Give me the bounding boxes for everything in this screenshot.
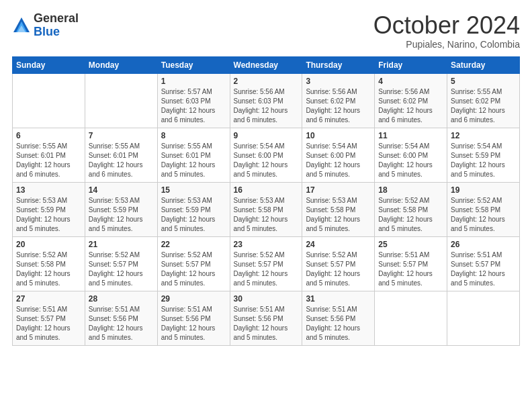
- calendar-table: Sunday Monday Tuesday Wednesday Thursday…: [12, 56, 520, 346]
- calendar-cell: 3Sunrise: 5:56 AM Sunset: 6:02 PM Daylig…: [302, 73, 375, 128]
- logo-icon: [12, 16, 31, 35]
- day-number: 13: [16, 185, 81, 195]
- day-info: Sunrise: 5:52 AM Sunset: 5:58 PM Dayligh…: [16, 250, 81, 288]
- month-title: October 2024: [373, 12, 520, 39]
- day-number: 26: [451, 240, 516, 249]
- col-friday: Friday: [375, 56, 447, 73]
- day-info: Sunrise: 5:56 AM Sunset: 6:03 PM Dayligh…: [234, 87, 299, 125]
- day-info: Sunrise: 5:55 AM Sunset: 6:01 PM Dayligh…: [89, 142, 154, 179]
- calendar-cell: 20Sunrise: 5:52 AM Sunset: 5:58 PM Dayli…: [13, 236, 85, 291]
- header: General Blue October 2024 Pupiales, Nari…: [12, 12, 520, 50]
- day-number: 27: [16, 294, 81, 304]
- calendar-cell: 16Sunrise: 5:53 AM Sunset: 5:58 PM Dayli…: [230, 182, 302, 236]
- day-info: Sunrise: 5:52 AM Sunset: 5:57 PM Dayligh…: [89, 250, 154, 288]
- calendar-page: General Blue October 2024 Pupiales, Nari…: [0, 0, 532, 411]
- day-info: Sunrise: 5:52 AM Sunset: 5:57 PM Dayligh…: [161, 250, 226, 288]
- calendar-cell: 27Sunrise: 5:51 AM Sunset: 5:57 PM Dayli…: [13, 291, 85, 345]
- day-number: 25: [378, 240, 443, 249]
- calendar-cell: 2Sunrise: 5:56 AM Sunset: 6:03 PM Daylig…: [230, 73, 302, 128]
- day-info: Sunrise: 5:52 AM Sunset: 5:58 PM Dayligh…: [451, 196, 516, 234]
- day-number: 8: [161, 131, 226, 140]
- calendar-cell: 12Sunrise: 5:54 AM Sunset: 5:59 PM Dayli…: [447, 128, 520, 182]
- day-info: Sunrise: 5:54 AM Sunset: 6:00 PM Dayligh…: [234, 142, 299, 179]
- day-info: Sunrise: 5:52 AM Sunset: 5:57 PM Dayligh…: [306, 250, 371, 288]
- day-info: Sunrise: 5:53 AM Sunset: 5:59 PM Dayligh…: [16, 196, 81, 234]
- calendar-cell: [447, 291, 520, 345]
- logo-general: General: [34, 12, 79, 26]
- title-section: October 2024 Pupiales, Narino, Colombia: [373, 12, 520, 50]
- header-row: Sunday Monday Tuesday Wednesday Thursday…: [13, 56, 520, 73]
- calendar-cell: 15Sunrise: 5:53 AM Sunset: 5:59 PM Dayli…: [157, 182, 230, 236]
- day-number: 11: [378, 131, 443, 140]
- calendar-cell: 18Sunrise: 5:52 AM Sunset: 5:58 PM Dayli…: [375, 182, 447, 236]
- day-number: 31: [306, 294, 371, 304]
- calendar-week-4: 20Sunrise: 5:52 AM Sunset: 5:58 PM Dayli…: [13, 236, 520, 291]
- calendar-cell: 26Sunrise: 5:51 AM Sunset: 5:57 PM Dayli…: [447, 236, 520, 291]
- col-sunday: Sunday: [13, 56, 85, 73]
- day-info: Sunrise: 5:51 AM Sunset: 5:57 PM Dayligh…: [451, 250, 516, 288]
- day-number: 16: [234, 185, 299, 195]
- day-info: Sunrise: 5:55 AM Sunset: 6:01 PM Dayligh…: [161, 142, 226, 179]
- day-number: 20: [16, 240, 81, 249]
- day-info: Sunrise: 5:52 AM Sunset: 5:57 PM Dayligh…: [234, 250, 299, 288]
- day-number: 29: [161, 294, 226, 304]
- day-info: Sunrise: 5:52 AM Sunset: 5:58 PM Dayligh…: [378, 196, 443, 234]
- calendar-cell: [13, 73, 85, 128]
- col-thursday: Thursday: [302, 56, 375, 73]
- col-tuesday: Tuesday: [157, 56, 230, 73]
- col-saturday: Saturday: [447, 56, 520, 73]
- day-info: Sunrise: 5:53 AM Sunset: 5:58 PM Dayligh…: [306, 196, 371, 234]
- calendar-week-3: 13Sunrise: 5:53 AM Sunset: 5:59 PM Dayli…: [13, 182, 520, 236]
- calendar-cell: 22Sunrise: 5:52 AM Sunset: 5:57 PM Dayli…: [157, 236, 230, 291]
- calendar-cell: 14Sunrise: 5:53 AM Sunset: 5:59 PM Dayli…: [85, 182, 157, 236]
- calendar-cell: 11Sunrise: 5:54 AM Sunset: 6:00 PM Dayli…: [375, 128, 447, 182]
- calendar-week-2: 6Sunrise: 5:55 AM Sunset: 6:01 PM Daylig…: [13, 128, 520, 182]
- day-number: 7: [89, 131, 154, 140]
- day-number: 9: [234, 131, 299, 140]
- col-monday: Monday: [85, 56, 157, 73]
- day-info: Sunrise: 5:51 AM Sunset: 5:56 PM Dayligh…: [234, 305, 299, 342]
- day-info: Sunrise: 5:51 AM Sunset: 5:56 PM Dayligh…: [89, 305, 154, 342]
- day-number: 12: [451, 131, 516, 140]
- day-number: 15: [161, 185, 226, 195]
- calendar-cell: 1Sunrise: 5:57 AM Sunset: 6:03 PM Daylig…: [157, 73, 230, 128]
- day-number: 28: [89, 294, 154, 304]
- day-info: Sunrise: 5:54 AM Sunset: 6:00 PM Dayligh…: [306, 142, 371, 179]
- day-number: 18: [378, 185, 443, 195]
- location-subtitle: Pupiales, Narino, Colombia: [373, 39, 520, 50]
- day-number: 21: [89, 240, 154, 249]
- day-info: Sunrise: 5:53 AM Sunset: 5:59 PM Dayligh…: [161, 196, 226, 234]
- calendar-cell: 10Sunrise: 5:54 AM Sunset: 6:00 PM Dayli…: [302, 128, 375, 182]
- day-number: 17: [306, 185, 371, 195]
- calendar-week-5: 27Sunrise: 5:51 AM Sunset: 5:57 PM Dayli…: [13, 291, 520, 345]
- day-info: Sunrise: 5:57 AM Sunset: 6:03 PM Dayligh…: [161, 87, 226, 125]
- day-number: 24: [306, 240, 371, 249]
- logo-blue: Blue: [34, 26, 79, 39]
- calendar-cell: 17Sunrise: 5:53 AM Sunset: 5:58 PM Dayli…: [302, 182, 375, 236]
- day-number: 2: [234, 77, 299, 86]
- calendar-cell: 19Sunrise: 5:52 AM Sunset: 5:58 PM Dayli…: [447, 182, 520, 236]
- day-info: Sunrise: 5:56 AM Sunset: 6:02 PM Dayligh…: [378, 87, 443, 125]
- day-info: Sunrise: 5:54 AM Sunset: 5:59 PM Dayligh…: [451, 142, 516, 179]
- calendar-cell: 4Sunrise: 5:56 AM Sunset: 6:02 PM Daylig…: [375, 73, 447, 128]
- calendar-cell: 6Sunrise: 5:55 AM Sunset: 6:01 PM Daylig…: [13, 128, 85, 182]
- calendar-cell: 28Sunrise: 5:51 AM Sunset: 5:56 PM Dayli…: [85, 291, 157, 345]
- day-number: 10: [306, 131, 371, 140]
- day-number: 22: [161, 240, 226, 249]
- calendar-cell: 30Sunrise: 5:51 AM Sunset: 5:56 PM Dayli…: [230, 291, 302, 345]
- calendar-cell: [375, 291, 447, 345]
- day-info: Sunrise: 5:53 AM Sunset: 5:58 PM Dayligh…: [234, 196, 299, 234]
- day-number: 19: [451, 185, 516, 195]
- day-number: 4: [378, 77, 443, 86]
- day-number: 5: [451, 77, 516, 86]
- day-info: Sunrise: 5:55 AM Sunset: 6:01 PM Dayligh…: [16, 142, 81, 179]
- calendar-cell: 24Sunrise: 5:52 AM Sunset: 5:57 PM Dayli…: [302, 236, 375, 291]
- day-number: 3: [306, 77, 371, 86]
- calendar-cell: 9Sunrise: 5:54 AM Sunset: 6:00 PM Daylig…: [230, 128, 302, 182]
- col-wednesday: Wednesday: [230, 56, 302, 73]
- logo-text: General Blue: [34, 12, 79, 39]
- day-info: Sunrise: 5:54 AM Sunset: 6:00 PM Dayligh…: [378, 142, 443, 179]
- day-number: 30: [234, 294, 299, 304]
- logo: General Blue: [12, 12, 79, 39]
- calendar-cell: 25Sunrise: 5:51 AM Sunset: 5:57 PM Dayli…: [375, 236, 447, 291]
